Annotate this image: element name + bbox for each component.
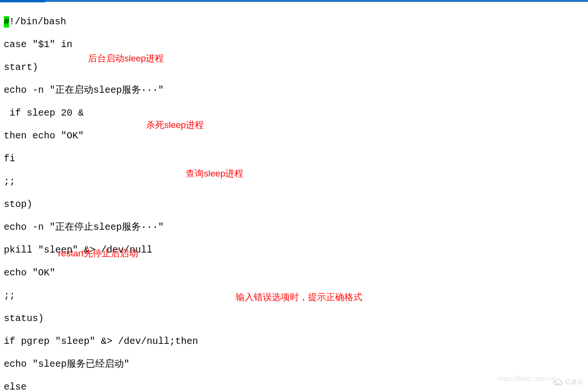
cloud-icon bbox=[552, 378, 563, 386]
annotation-background-start: 后台启动sleep进程 bbox=[88, 53, 164, 64]
code-line-16: echo "sleep服务已经启动" bbox=[4, 359, 238, 370]
annotation-restart: restart先停止后启动 bbox=[58, 248, 138, 259]
code-line-10: echo -n "正在停止sleep服务···" bbox=[4, 222, 238, 233]
code-line-13: ;; bbox=[4, 290, 238, 302]
watermark-logo-text: 亿速云 bbox=[565, 376, 583, 388]
code-line-9: stop) bbox=[4, 199, 238, 210]
code-line-4: echo -n "正在启动sleep服务···" bbox=[4, 85, 238, 96]
cursor-position: # bbox=[4, 16, 9, 28]
code-line-6: then echo "OK" bbox=[4, 130, 238, 142]
annotation-usage-prompt: 输入错误选项时，提示正确格式 bbox=[236, 292, 362, 303]
code-line-14: status) bbox=[4, 313, 238, 324]
code-line-7: fi bbox=[4, 153, 238, 165]
code-line-12: echo "OK" bbox=[4, 267, 238, 279]
code-line-15: if pgrep "sleep" &> /dev/null;then bbox=[4, 336, 238, 347]
svg-point-1 bbox=[556, 382, 557, 383]
code-text: !/bin/bash bbox=[9, 16, 66, 27]
annotation-kill-process: 杀死sleep进程 bbox=[146, 119, 204, 131]
annotation-query-process: 查询sleep进程 bbox=[186, 168, 243, 179]
code-line-5: if sleep 20 & bbox=[4, 107, 238, 119]
svg-point-0 bbox=[558, 383, 559, 385]
code-line-1: #!/bin/bash bbox=[4, 16, 238, 28]
watermark-logo: 亿速云 bbox=[552, 376, 583, 388]
window-top-border bbox=[0, 0, 588, 2]
code-line-2: case "$1" in bbox=[4, 39, 238, 50]
window-top-segment bbox=[0, 0, 45, 2]
code-line-17: else bbox=[4, 381, 238, 390]
watermark-url: https://blog.csdn.ne bbox=[498, 373, 556, 384]
